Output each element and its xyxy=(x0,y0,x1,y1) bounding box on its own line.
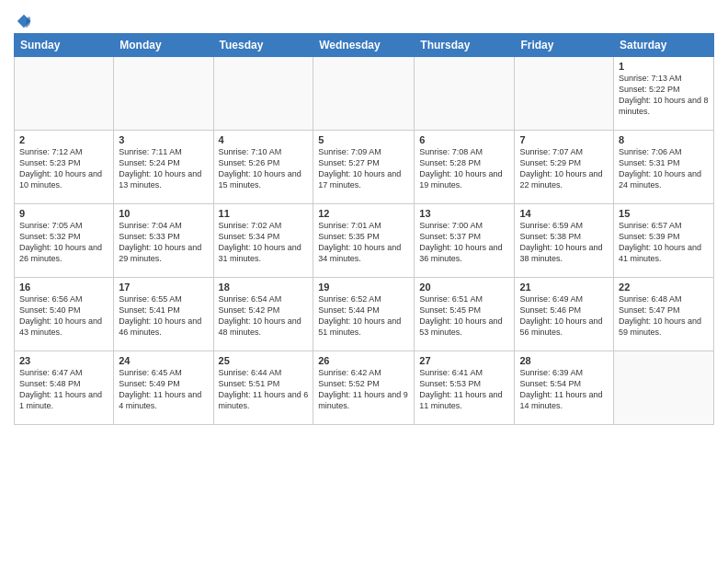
calendar-table: SundayMondayTuesdayWednesdayThursdayFrid… xyxy=(14,33,714,425)
day-number: 28 xyxy=(519,355,609,366)
weekday-header-tuesday: Tuesday xyxy=(213,34,313,57)
day-number: 17 xyxy=(119,282,208,293)
day-info: Sunrise: 6:42 AM Sunset: 5:52 PM Dayligh… xyxy=(318,367,409,412)
calendar-cell: 2Sunrise: 7:12 AM Sunset: 5:23 PM Daylig… xyxy=(15,131,114,204)
day-number: 27 xyxy=(419,355,509,366)
calendar-cell: 3Sunrise: 7:11 AM Sunset: 5:24 PM Daylig… xyxy=(114,131,213,204)
day-info: Sunrise: 6:44 AM Sunset: 5:51 PM Dayligh… xyxy=(219,367,309,412)
day-number: 22 xyxy=(619,282,709,293)
day-info: Sunrise: 7:07 AM Sunset: 5:29 PM Dayligh… xyxy=(519,146,609,191)
day-info: Sunrise: 6:57 AM Sunset: 5:39 PM Dayligh… xyxy=(619,220,709,265)
calendar-cell: 25Sunrise: 6:44 AM Sunset: 5:51 PM Dayli… xyxy=(213,351,313,425)
day-number: 5 xyxy=(318,134,409,145)
day-number: 13 xyxy=(419,208,509,219)
calendar-cell: 6Sunrise: 7:08 AM Sunset: 5:28 PM Daylig… xyxy=(415,131,515,204)
day-info: Sunrise: 7:08 AM Sunset: 5:28 PM Dayligh… xyxy=(419,146,509,191)
calendar-cell: 13Sunrise: 7:00 AM Sunset: 5:37 PM Dayli… xyxy=(415,204,515,278)
day-info: Sunrise: 7:06 AM Sunset: 5:31 PM Dayligh… xyxy=(619,146,709,191)
day-info: Sunrise: 6:55 AM Sunset: 5:41 PM Dayligh… xyxy=(119,293,208,339)
day-info: Sunrise: 6:39 AM Sunset: 5:54 PM Dayligh… xyxy=(519,367,609,412)
day-info: Sunrise: 7:04 AM Sunset: 5:33 PM Dayligh… xyxy=(119,220,208,265)
day-info: Sunrise: 7:13 AM Sunset: 5:22 PM Dayligh… xyxy=(619,73,709,118)
weekday-header-sunday: Sunday xyxy=(15,34,114,57)
calendar-cell: 9Sunrise: 7:05 AM Sunset: 5:32 PM Daylig… xyxy=(15,204,114,278)
calendar-cell: 20Sunrise: 6:51 AM Sunset: 5:45 PM Dayli… xyxy=(415,278,515,351)
day-number: 12 xyxy=(318,208,409,219)
day-number: 11 xyxy=(219,208,309,219)
weekday-header-monday: Monday xyxy=(114,34,213,57)
day-number: 9 xyxy=(19,208,108,219)
day-number: 18 xyxy=(219,282,309,293)
day-number: 14 xyxy=(519,208,609,219)
day-number: 16 xyxy=(19,282,108,293)
calendar-cell: 26Sunrise: 6:42 AM Sunset: 5:52 PM Dayli… xyxy=(313,351,415,425)
calendar-cell: 27Sunrise: 6:41 AM Sunset: 5:53 PM Dayli… xyxy=(415,351,515,425)
day-info: Sunrise: 7:00 AM Sunset: 5:37 PM Dayligh… xyxy=(419,220,509,265)
day-number: 23 xyxy=(19,355,108,366)
calendar-cell: 24Sunrise: 6:45 AM Sunset: 5:49 PM Dayli… xyxy=(114,351,213,425)
day-info: Sunrise: 7:12 AM Sunset: 5:23 PM Dayligh… xyxy=(19,146,108,191)
day-number: 26 xyxy=(318,355,409,366)
day-number: 1 xyxy=(619,61,709,72)
calendar-cell: 18Sunrise: 6:54 AM Sunset: 5:42 PM Dayli… xyxy=(213,278,313,351)
day-number: 2 xyxy=(19,134,108,145)
calendar-cell xyxy=(114,57,213,131)
day-number: 20 xyxy=(419,282,509,293)
day-info: Sunrise: 7:05 AM Sunset: 5:32 PM Dayligh… xyxy=(19,220,108,265)
calendar-cell: 1Sunrise: 7:13 AM Sunset: 5:22 PM Daylig… xyxy=(614,57,714,131)
day-number: 3 xyxy=(119,134,208,145)
calendar-cell: 16Sunrise: 6:56 AM Sunset: 5:40 PM Dayli… xyxy=(15,278,114,351)
calendar-cell: 10Sunrise: 7:04 AM Sunset: 5:33 PM Dayli… xyxy=(114,204,213,278)
calendar-cell xyxy=(515,57,614,131)
calendar-cell: 15Sunrise: 6:57 AM Sunset: 5:39 PM Dayli… xyxy=(614,204,714,278)
weekday-header-row: SundayMondayTuesdayWednesdayThursdayFrid… xyxy=(15,34,714,57)
day-number: 8 xyxy=(619,134,709,145)
day-number: 25 xyxy=(219,355,309,366)
day-info: Sunrise: 6:48 AM Sunset: 5:47 PM Dayligh… xyxy=(619,293,709,339)
day-info: Sunrise: 6:52 AM Sunset: 5:44 PM Dayligh… xyxy=(318,293,409,339)
calendar-cell: 11Sunrise: 7:02 AM Sunset: 5:34 PM Dayli… xyxy=(213,204,313,278)
header xyxy=(14,9,714,29)
day-number: 21 xyxy=(519,282,609,293)
calendar-cell: 19Sunrise: 6:52 AM Sunset: 5:44 PM Dayli… xyxy=(313,278,415,351)
calendar-cell: 14Sunrise: 6:59 AM Sunset: 5:38 PM Dayli… xyxy=(515,204,614,278)
week-row-1: 1Sunrise: 7:13 AM Sunset: 5:22 PM Daylig… xyxy=(15,57,714,131)
day-number: 7 xyxy=(519,134,609,145)
day-info: Sunrise: 7:01 AM Sunset: 5:35 PM Dayligh… xyxy=(318,220,409,265)
week-row-2: 2Sunrise: 7:12 AM Sunset: 5:23 PM Daylig… xyxy=(15,131,714,204)
day-info: Sunrise: 6:47 AM Sunset: 5:48 PM Dayligh… xyxy=(19,367,108,412)
calendar-cell: 7Sunrise: 7:07 AM Sunset: 5:29 PM Daylig… xyxy=(515,131,614,204)
day-info: Sunrise: 6:59 AM Sunset: 5:38 PM Dayligh… xyxy=(519,220,609,265)
day-number: 24 xyxy=(119,355,208,366)
calendar-cell xyxy=(213,57,313,131)
day-number: 15 xyxy=(619,208,709,219)
weekday-header-saturday: Saturday xyxy=(614,34,714,57)
day-number: 6 xyxy=(419,134,509,145)
week-row-5: 23Sunrise: 6:47 AM Sunset: 5:48 PM Dayli… xyxy=(15,351,714,425)
calendar-cell: 17Sunrise: 6:55 AM Sunset: 5:41 PM Dayli… xyxy=(114,278,213,351)
day-number: 10 xyxy=(119,208,208,219)
day-info: Sunrise: 6:45 AM Sunset: 5:49 PM Dayligh… xyxy=(119,367,208,412)
day-info: Sunrise: 6:51 AM Sunset: 5:45 PM Dayligh… xyxy=(419,293,509,339)
calendar-cell: 4Sunrise: 7:10 AM Sunset: 5:26 PM Daylig… xyxy=(213,131,313,204)
day-info: Sunrise: 6:56 AM Sunset: 5:40 PM Dayligh… xyxy=(19,293,108,339)
week-row-3: 9Sunrise: 7:05 AM Sunset: 5:32 PM Daylig… xyxy=(15,204,714,278)
day-info: Sunrise: 6:49 AM Sunset: 5:46 PM Dayligh… xyxy=(519,293,609,339)
day-info: Sunrise: 7:09 AM Sunset: 5:27 PM Dayligh… xyxy=(318,146,409,191)
calendar-cell xyxy=(614,351,714,425)
calendar-cell: 8Sunrise: 7:06 AM Sunset: 5:31 PM Daylig… xyxy=(614,131,714,204)
day-number: 19 xyxy=(318,282,409,293)
day-info: Sunrise: 6:41 AM Sunset: 5:53 PM Dayligh… xyxy=(419,367,509,412)
calendar-cell xyxy=(15,57,114,131)
day-info: Sunrise: 7:11 AM Sunset: 5:24 PM Dayligh… xyxy=(119,146,208,191)
calendar-cell xyxy=(313,57,415,131)
day-number: 4 xyxy=(219,134,309,145)
calendar-cell: 28Sunrise: 6:39 AM Sunset: 5:54 PM Dayli… xyxy=(515,351,614,425)
day-info: Sunrise: 6:54 AM Sunset: 5:42 PM Dayligh… xyxy=(219,293,309,339)
calendar-cell xyxy=(415,57,515,131)
calendar-cell: 21Sunrise: 6:49 AM Sunset: 5:46 PM Dayli… xyxy=(515,278,614,351)
calendar-cell: 23Sunrise: 6:47 AM Sunset: 5:48 PM Dayli… xyxy=(15,351,114,425)
weekday-header-friday: Friday xyxy=(515,34,614,57)
logo xyxy=(14,13,32,29)
day-info: Sunrise: 7:02 AM Sunset: 5:34 PM Dayligh… xyxy=(219,220,309,265)
